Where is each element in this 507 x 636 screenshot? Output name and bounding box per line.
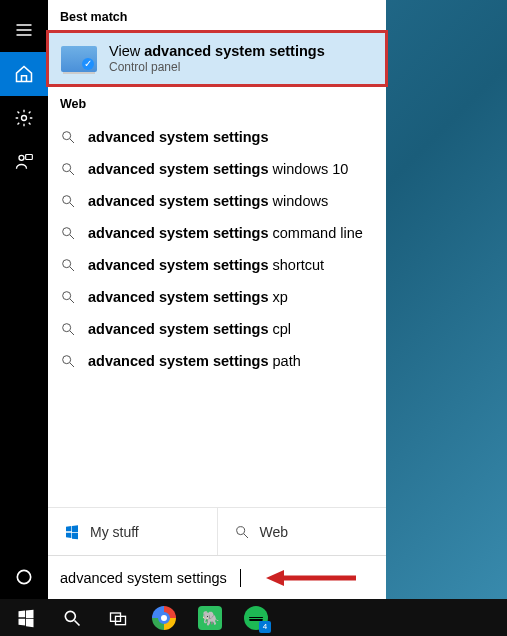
svg-line-9 [70,203,74,207]
svg-line-13 [70,267,74,271]
search-icon [60,353,76,369]
taskbar-search-button[interactable] [50,599,94,636]
web-suggestion[interactable]: advanced system settings cpl [48,313,386,345]
web-suggestion[interactable]: advanced system settings xp [48,281,386,313]
svg-point-12 [63,260,71,268]
best-match-text: View advanced system settings Control pa… [109,43,325,74]
svg-point-16 [63,324,71,332]
web-suggestion-text: advanced system settings path [88,353,301,369]
spotify-badge: 4 [259,621,271,633]
tab-web-label: Web [260,524,289,540]
tab-web[interactable]: Web [218,508,387,555]
web-suggestion-text: advanced system settings xp [88,289,288,305]
windows-logo-icon [16,608,36,628]
search-icon [60,289,76,305]
cortana-icon [14,567,34,587]
person-chat-icon [14,152,34,172]
svg-line-15 [70,299,74,303]
taskbar-app-evernote[interactable]: 🐘 [188,599,232,636]
search-icon [60,257,76,273]
taskbar: 🐘 4 [0,599,507,636]
home-icon [14,64,34,84]
web-suggestion-text: advanced system settings windows 10 [88,161,348,177]
search-icon [62,608,82,628]
svg-line-17 [70,331,74,335]
home-button[interactable] [0,52,48,96]
web-suggestion[interactable]: advanced system settings path [48,345,386,377]
web-suggestion[interactable]: advanced system settings command line [48,217,386,249]
search-input[interactable]: advanced system settings [60,570,240,586]
svg-line-19 [70,363,74,367]
svg-point-8 [63,196,71,204]
task-view-button[interactable] [96,599,140,636]
search-input-row: advanced system settings [48,555,386,599]
svg-point-20 [236,526,244,534]
web-suggestion-text: advanced system settings [88,129,269,145]
spotify-icon: 4 [244,606,268,630]
web-suggestion[interactable]: advanced system settings windows [48,185,386,217]
hamburger-icon [14,20,34,40]
svg-point-1 [19,155,24,160]
control-panel-icon [61,46,97,72]
search-icon [234,524,250,540]
web-suggestion-text: advanced system settings cpl [88,321,291,337]
search-icon [60,161,76,177]
svg-point-24 [65,611,75,621]
start-button[interactable] [4,599,48,636]
svg-line-21 [244,534,248,538]
tab-my-stuff[interactable]: My stuff [48,508,218,555]
settings-button[interactable] [0,96,48,140]
svg-point-0 [22,116,27,121]
web-header: Web [48,87,386,117]
web-suggestion-text: advanced system settings windows [88,193,328,209]
text-caret [240,569,241,587]
svg-point-4 [63,132,71,140]
best-match-result[interactable]: View advanced system settings Control pa… [46,30,388,87]
windows-icon [64,524,80,540]
menu-button[interactable] [0,8,48,52]
svg-marker-23 [266,570,284,586]
svg-point-10 [63,228,71,236]
feedback-button[interactable] [0,140,48,184]
svg-point-14 [63,292,71,300]
task-view-icon [108,608,128,628]
svg-point-6 [63,164,71,172]
chrome-icon [152,606,176,630]
annotation-arrow [266,566,356,590]
svg-line-5 [70,139,74,143]
evernote-icon: 🐘 [198,606,222,630]
best-match-sub: Control panel [109,60,325,74]
best-match-header: Best match [48,0,386,30]
tab-my-stuff-label: My stuff [90,524,139,540]
search-icon [60,225,76,241]
web-suggestion[interactable]: advanced system settings windows 10 [48,153,386,185]
cortana-button[interactable] [0,555,48,599]
best-match-bold: advanced system settings [144,43,325,59]
web-suggestion[interactable]: advanced system settings [48,121,386,153]
svg-point-18 [63,356,71,364]
best-match-prefix: View [109,43,144,59]
scope-tabs: My stuff Web [48,507,386,555]
svg-rect-2 [26,155,33,160]
web-suggestion[interactable]: advanced system settings shortcut [48,249,386,281]
web-suggestion-text: advanced system settings shortcut [88,257,324,273]
search-icon [60,129,76,145]
web-suggestion-text: advanced system settings command line [88,225,363,241]
cortana-rail [0,0,48,599]
taskbar-app-chrome[interactable] [142,599,186,636]
gear-icon [14,108,34,128]
svg-line-25 [75,620,80,625]
svg-line-11 [70,235,74,239]
search-icon [60,321,76,337]
web-suggestions: advanced system settingsadvanced system … [48,117,386,381]
taskbar-app-spotify[interactable]: 4 [234,599,278,636]
search-panel: Best match View advanced system settings… [48,0,386,599]
svg-point-3 [17,570,30,583]
svg-line-7 [70,171,74,175]
search-icon [60,193,76,209]
